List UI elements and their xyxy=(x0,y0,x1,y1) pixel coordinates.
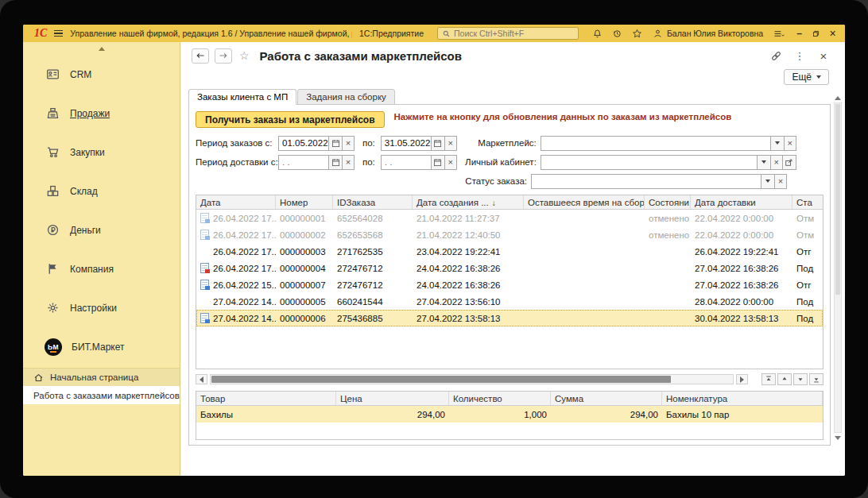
dropdown-icon[interactable] xyxy=(758,155,771,170)
account-input[interactable] xyxy=(541,155,758,170)
more-button[interactable]: Ещё xyxy=(784,69,829,85)
move-up-button[interactable] xyxy=(777,373,792,385)
sidebar-item-settings[interactable]: Настройки xyxy=(23,288,180,327)
column-header-nomenclature[interactable]: Номенклатура xyxy=(662,392,823,405)
order-row[interactable]: 26.04.2022 17...00000000427247671224.04.… xyxy=(196,260,823,276)
minimize-button[interactable] xyxy=(792,27,807,41)
scroll-right-arrow[interactable] xyxy=(736,374,748,384)
order-cell-text: 652564028 xyxy=(337,214,383,223)
clear-icon[interactable] xyxy=(343,155,355,170)
clear-icon[interactable] xyxy=(445,136,457,151)
vertical-scrollbar-track[interactable] xyxy=(834,102,842,433)
user-icon xyxy=(653,29,663,39)
sidebar-item-crm[interactable]: CRM xyxy=(23,55,180,94)
order-cell-text: 000000007 xyxy=(280,280,326,290)
period-delivery-to-field: . . xyxy=(381,155,457,170)
column-header-product[interactable]: Товар xyxy=(196,392,336,405)
sidebar-collapse-arrow-icon[interactable] xyxy=(23,42,180,55)
sidebar-item-money[interactable]: Деньги xyxy=(23,210,180,249)
move-down-button[interactable] xyxy=(793,373,808,385)
sidebar-item-sales[interactable]: Продажи xyxy=(23,94,180,133)
favorites-star-icon[interactable] xyxy=(630,26,644,41)
more-actions-kebab-icon[interactable]: ⋮ xyxy=(792,48,807,63)
horizontal-scrollbar-track[interactable] xyxy=(210,374,734,384)
sidebar-item-warehouse[interactable]: Склад xyxy=(23,172,180,210)
column-header-created[interactable]: Дата создания ... xyxy=(413,195,524,209)
period-orders-from-input[interactable]: 01.05.2022 xyxy=(278,136,329,151)
main-menu-icon[interactable] xyxy=(52,28,64,40)
order-row[interactable]: 26.04.2022 15...00000000727247671224.04.… xyxy=(196,276,823,293)
items-table-body: Бахилы294,001,000294,00Бахилы 10 пар xyxy=(196,406,823,439)
forward-button[interactable] xyxy=(215,48,232,64)
clear-icon[interactable] xyxy=(775,174,787,189)
go-to-last-button[interactable] xyxy=(809,373,823,385)
status-input[interactable] xyxy=(531,174,761,189)
item-cell-quantity: 1,000 xyxy=(449,410,551,419)
period-delivery-to-input[interactable]: . . xyxy=(381,155,432,170)
dropdown-icon[interactable] xyxy=(771,136,785,151)
clear-icon[interactable] xyxy=(445,155,457,170)
sidebar-item-bit-market[interactable]: ЬМ БИТ.Маркет xyxy=(23,327,180,366)
order-row[interactable]: 26.04.2022 17...00000000265265356821.04.… xyxy=(196,226,823,243)
clear-icon[interactable] xyxy=(771,155,783,170)
back-button[interactable] xyxy=(192,48,209,64)
column-header-sum[interactable]: Сумма xyxy=(551,392,662,405)
money-coin-icon xyxy=(45,222,60,238)
column-header-quantity[interactable]: Количество xyxy=(449,392,551,405)
column-header-order-id[interactable]: IDЗаказа xyxy=(333,195,413,209)
sidebar-item-marketplace-orders[interactable]: Работа с заказами маркетплейсов xyxy=(23,386,180,404)
clear-icon[interactable] xyxy=(785,136,796,151)
horizontal-scrollbar-thumb[interactable] xyxy=(211,376,671,383)
calendar-icon[interactable] xyxy=(432,136,445,151)
order-row[interactable]: 27.04.2022 14...00000000627543688527.04.… xyxy=(196,310,823,326)
column-header-remaining[interactable]: Оставшееся время на сборку xyxy=(524,195,645,209)
tab-assembly-tasks[interactable]: Задания на сборку xyxy=(297,89,395,105)
period-orders-from-field: 01.05.2022 xyxy=(278,136,355,151)
user-menu[interactable]: Балан Юлия Викторовна xyxy=(653,29,763,39)
marketplace-field xyxy=(541,136,796,151)
order-row[interactable]: 27.04.2022 14...00000000566024154427.04.… xyxy=(196,293,823,310)
fetch-orders-button[interactable]: Получить заказы из маркетплейсов xyxy=(196,111,385,128)
marketplace-input[interactable] xyxy=(541,136,771,151)
sidebar-item-purchases[interactable]: Закупки xyxy=(23,133,180,172)
sidebar-item-home[interactable]: Начальная страница xyxy=(23,368,180,386)
column-header-price[interactable]: Цена xyxy=(336,392,449,405)
service-menu-icon[interactable] xyxy=(772,26,786,41)
scroll-down-arrow[interactable] xyxy=(833,433,843,442)
close-window-button[interactable] xyxy=(825,27,840,41)
order-row[interactable]: 26.04.2022 17...00000000327176253523.04.… xyxy=(196,243,823,260)
order-row[interactable]: 26.04.2022 17...00000000165256402821.04.… xyxy=(196,210,823,226)
favorite-star-icon[interactable]: ☆ xyxy=(239,49,250,62)
vertical-scrollbar-thumb[interactable] xyxy=(835,104,840,295)
column-header-delivery[interactable]: Дата доставки xyxy=(691,195,792,209)
clear-icon[interactable] xyxy=(343,136,355,151)
get-link-icon[interactable] xyxy=(769,48,783,63)
column-header-date[interactable]: Дата xyxy=(196,195,276,209)
item-row[interactable]: Бахилы294,001,000294,00Бахилы 10 пар xyxy=(196,406,823,423)
tab-client-orders[interactable]: Заказы клиента с МП xyxy=(188,89,296,105)
restore-button[interactable] xyxy=(808,27,823,41)
notifications-bell-icon[interactable] xyxy=(590,26,604,41)
order-cell-text: 000000002 xyxy=(280,230,326,240)
order-cell-text: Отм xyxy=(796,230,814,240)
period-delivery-from-input[interactable]: . . xyxy=(278,155,329,170)
column-header-state[interactable]: Состояни... xyxy=(645,195,691,209)
scroll-left-arrow[interactable] xyxy=(196,374,207,384)
close-form-icon[interactable]: × xyxy=(816,48,831,63)
dropdown-icon[interactable] xyxy=(761,174,775,189)
global-search-input[interactable]: Поиск Ctrl+Shift+F xyxy=(437,27,579,40)
order-cell-text: 275436885 xyxy=(337,314,383,323)
history-icon[interactable] xyxy=(610,26,624,41)
order-cell-text: 26.04.2022 17... xyxy=(213,230,276,240)
calendar-icon[interactable] xyxy=(329,136,343,151)
period-orders-to-input[interactable]: 31.05.2022 xyxy=(381,136,432,151)
column-header-status[interactable]: Ста xyxy=(792,195,823,209)
go-to-first-button[interactable] xyxy=(761,373,776,385)
filter-row-delivery-period: Период доставки с: . . по: xyxy=(196,153,823,171)
column-header-number[interactable]: Номер xyxy=(276,195,333,209)
more-button-label: Ещё xyxy=(792,71,812,83)
open-icon[interactable] xyxy=(783,155,796,170)
calendar-icon[interactable] xyxy=(432,155,445,170)
calendar-icon[interactable] xyxy=(329,155,343,170)
sidebar-item-company[interactable]: Компания xyxy=(23,249,180,288)
